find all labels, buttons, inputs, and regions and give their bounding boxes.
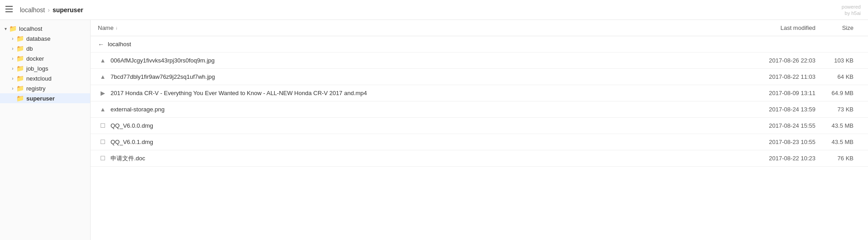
file-size: 64.9 MB bbox=[815, 90, 861, 96]
file-table-header: Name ↓ Last modified Size bbox=[91, 20, 868, 36]
folder-icon-db: 📁 bbox=[16, 45, 24, 52]
sidebar-item-localhost[interactable]: ▾ 📁 localhost bbox=[0, 24, 90, 34]
layout: ▾ 📁 localhost › 📁 database › 📁 db › 📁 do… bbox=[0, 20, 868, 240]
svg-rect-2 bbox=[5, 11, 13, 12]
file-name: QQ_V6.0.0.dmg bbox=[111, 122, 734, 129]
breadcrumb-sep: › bbox=[48, 6, 50, 14]
col-name-header[interactable]: Name ↓ bbox=[98, 24, 734, 31]
main-content: Name ↓ Last modified Size ← localhost ▲0… bbox=[91, 20, 868, 240]
breadcrumb-current: superuser bbox=[53, 6, 83, 14]
svg-rect-1 bbox=[5, 9, 13, 10]
sidebar-label-database: database bbox=[26, 35, 51, 42]
sidebar-label-localhost: localhost bbox=[19, 25, 42, 32]
file-modified: 2017-08-24 15:55 bbox=[734, 122, 815, 129]
folder-icon-database: 📁 bbox=[16, 35, 24, 42]
file-size: 76 KB bbox=[815, 155, 861, 162]
file-modified: 2017-08-23 10:55 bbox=[734, 139, 815, 145]
file-rows-container: ▲006AfMJcgy1fivvks43rpj30rs0foq9m.jpg201… bbox=[91, 53, 868, 167]
table-row[interactable]: ☐QQ_V6.0.0.dmg2017-08-24 15:5543.5 MB bbox=[91, 118, 868, 134]
folder-icon-localhost: 📁 bbox=[9, 25, 17, 32]
folder-icon-nextcloud: 📁 bbox=[16, 75, 24, 82]
toggle-database: › bbox=[9, 36, 16, 41]
col-modified-label: Last modified bbox=[781, 24, 815, 31]
sidebar-label-nextcloud: nextcloud bbox=[26, 75, 52, 82]
powered-by: powered by h5ai bbox=[842, 3, 861, 16]
sidebar-item-db[interactable]: › 📁 db bbox=[0, 43, 90, 53]
file-name: QQ_V6.0.1.dmg bbox=[111, 139, 734, 145]
toggle-registry: › bbox=[9, 86, 16, 91]
sidebar-label-superuser: superuser bbox=[26, 95, 55, 102]
back-label: localhost bbox=[108, 41, 131, 48]
sidebar-item-docker[interactable]: › 📁 docker bbox=[0, 53, 90, 63]
video-icon: ▶ bbox=[98, 90, 108, 96]
image-icon: ▲ bbox=[98, 57, 108, 64]
col-size-label: Size bbox=[842, 24, 854, 31]
folder-icon-registry: 📁 bbox=[16, 85, 24, 92]
sidebar-item-registry[interactable]: › 📁 registry bbox=[0, 83, 90, 93]
file-size: 43.5 MB bbox=[815, 139, 861, 145]
file-icon: ☐ bbox=[98, 155, 108, 162]
file-name: 2017 Honda CR-V - Everything You Ever Wa… bbox=[111, 90, 734, 96]
svg-rect-0 bbox=[5, 6, 13, 7]
breadcrumb-host[interactable]: localhost bbox=[20, 6, 45, 14]
sidebar-item-database[interactable]: › 📁 database bbox=[0, 34, 90, 43]
table-row[interactable]: ☐申请文件.doc2017-08-22 10:2376 KB bbox=[91, 150, 868, 167]
folder-icon-docker: 📁 bbox=[16, 55, 24, 62]
breadcrumb: localhost › superuser bbox=[20, 6, 83, 14]
back-arrow-icon: ← bbox=[98, 41, 104, 48]
folder-icon-job-logs: 📁 bbox=[16, 65, 24, 72]
toggle-job-logs: › bbox=[9, 66, 16, 71]
table-row[interactable]: ▶2017 Honda CR-V - Everything You Ever W… bbox=[91, 85, 868, 101]
toggle-docker: › bbox=[9, 56, 16, 61]
file-modified: 2017-08-22 11:03 bbox=[734, 73, 815, 80]
sidebar-label-job-logs: job_logs bbox=[26, 65, 48, 72]
sidebar-item-job-logs[interactable]: › 📁 job_logs bbox=[0, 63, 90, 73]
folder-icon-superuser: 📁 bbox=[16, 95, 24, 102]
back-row[interactable]: ← localhost bbox=[91, 36, 868, 53]
sidebar: ▾ 📁 localhost › 📁 database › 📁 db › 📁 do… bbox=[0, 20, 91, 240]
menu-icon[interactable] bbox=[5, 6, 13, 14]
col-size-header[interactable]: Size bbox=[815, 24, 861, 31]
image-icon: ▲ bbox=[98, 73, 108, 80]
table-row[interactable]: ▲7bcd77dbly1fir9aw76z9j22sq1uf7wh.jpg201… bbox=[91, 69, 868, 85]
file-name: 006AfMJcgy1fivvks43rpj30rs0foq9m.jpg bbox=[111, 57, 734, 64]
sidebar-label-db: db bbox=[26, 45, 33, 52]
sidebar-label-docker: docker bbox=[26, 55, 44, 62]
toggle-nextcloud: › bbox=[9, 76, 16, 81]
col-modified-header[interactable]: Last modified bbox=[734, 24, 815, 31]
sidebar-item-nextcloud[interactable]: › 📁 nextcloud bbox=[0, 73, 90, 83]
file-name: 7bcd77dbly1fir9aw76z9j22sq1uf7wh.jpg bbox=[111, 73, 734, 80]
file-size: 103 KB bbox=[815, 57, 861, 64]
file-modified: 2017-08-22 10:23 bbox=[734, 155, 815, 162]
col-name-label: Name bbox=[98, 24, 114, 31]
sidebar-item-superuser[interactable]: 📁 superuser bbox=[0, 93, 90, 103]
table-row[interactable]: ▲external-storage.png2017-08-24 13:5973 … bbox=[91, 101, 868, 118]
file-name: external-storage.png bbox=[111, 106, 734, 113]
file-icon: ☐ bbox=[98, 139, 108, 145]
file-size: 64 KB bbox=[815, 73, 861, 80]
file-modified: 2017-08-26 22:03 bbox=[734, 57, 815, 64]
sidebar-label-registry: registry bbox=[26, 85, 46, 92]
file-name: 申请文件.doc bbox=[111, 154, 734, 163]
sort-arrow: ↓ bbox=[116, 25, 118, 30]
file-icon: ☐ bbox=[98, 122, 108, 129]
table-row[interactable]: ▲006AfMJcgy1fivvks43rpj30rs0foq9m.jpg201… bbox=[91, 53, 868, 69]
topbar: localhost › superuser powered by h5ai bbox=[0, 0, 868, 20]
toggle-localhost: ▾ bbox=[2, 26, 9, 31]
file-size: 43.5 MB bbox=[815, 122, 861, 129]
table-row[interactable]: ☐QQ_V6.0.1.dmg2017-08-23 10:5543.5 MB bbox=[91, 134, 868, 150]
image-icon: ▲ bbox=[98, 106, 108, 113]
toggle-db: › bbox=[9, 46, 16, 51]
file-size: 73 KB bbox=[815, 106, 861, 113]
file-modified: 2017-08-09 13:11 bbox=[734, 90, 815, 96]
file-modified: 2017-08-24 13:59 bbox=[734, 106, 815, 113]
